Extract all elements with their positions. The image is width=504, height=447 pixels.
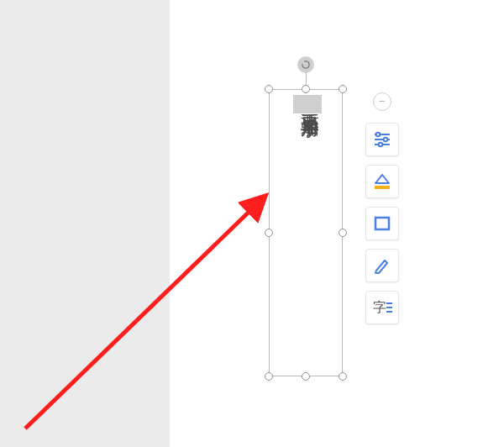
selected-text-box[interactable]: 重要通知册子 xyxy=(269,89,343,376)
edit-text-button[interactable] xyxy=(365,249,399,282)
object-toolbar: − xyxy=(363,92,402,324)
svg-rect-7 xyxy=(375,218,389,229)
svg-point-4 xyxy=(384,138,388,142)
rotate-icon xyxy=(300,59,312,71)
rotate-handle[interactable] xyxy=(297,56,314,73)
toolbar-collapse-button[interactable]: − xyxy=(373,92,391,111)
fill-color-button[interactable] xyxy=(365,165,399,198)
fill-color-icon xyxy=(372,172,392,191)
app-stage: 重要通知册子 − xyxy=(0,0,504,447)
resize-handle-nw[interactable] xyxy=(265,85,273,93)
svg-point-5 xyxy=(379,143,383,147)
resize-handle-s[interactable] xyxy=(302,372,310,381)
resize-handle-sw[interactable] xyxy=(265,372,273,381)
resize-handle-n[interactable] xyxy=(302,85,310,93)
pencil-icon xyxy=(372,256,392,275)
outline-icon xyxy=(372,214,392,233)
text-style-button[interactable]: 字 xyxy=(365,291,399,324)
format-options-icon xyxy=(372,130,392,149)
format-options-button[interactable] xyxy=(365,123,399,156)
resize-handle-se[interactable] xyxy=(339,372,347,381)
resize-handle-w[interactable] xyxy=(265,229,273,237)
svg-rect-6 xyxy=(375,186,390,189)
resize-handle-e[interactable] xyxy=(339,229,347,237)
text-box-content[interactable]: 重要通知册子 xyxy=(293,95,322,113)
svg-point-3 xyxy=(376,133,381,137)
svg-text:字: 字 xyxy=(373,300,386,314)
outline-button[interactable] xyxy=(365,207,399,240)
resize-handle-ne[interactable] xyxy=(339,85,347,93)
canvas-gutter xyxy=(0,0,170,447)
text-style-icon: 字 xyxy=(371,298,393,317)
